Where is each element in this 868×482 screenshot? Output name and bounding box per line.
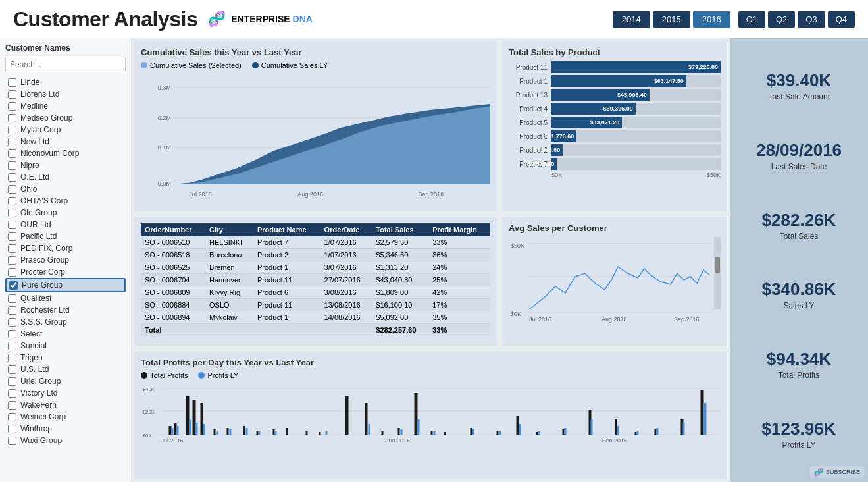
sidebar-item-28[interactable]: Weimei Corp	[5, 411, 126, 423]
sidebar-item-20[interactable]: S.S.S. Group	[5, 316, 126, 328]
sidebar-label-12: OUR Ltd	[20, 220, 51, 229]
sidebar-checkbox-10[interactable]	[8, 197, 16, 205]
sidebar-item-2[interactable]: Medline	[5, 100, 126, 112]
sidebar-checkbox-19[interactable]	[8, 306, 16, 315]
bar-label-3: Product 4	[509, 105, 551, 113]
sidebar-checkbox-13[interactable]	[8, 232, 16, 241]
table-cell-2-4: $1,313.20	[372, 261, 428, 274]
sidebar-checkbox-18[interactable]	[8, 294, 16, 303]
svg-rect-70	[401, 429, 403, 435]
sidebar-checkbox-25[interactable]	[8, 377, 16, 386]
legend-dot-selected	[141, 62, 147, 68]
kpi-label-3: Sales LY	[762, 301, 836, 310]
sidebar-checkbox-8[interactable]	[8, 173, 16, 182]
sidebar-checkbox-2[interactable]	[8, 102, 16, 111]
search-input[interactable]	[5, 57, 126, 72]
sidebar-item-15[interactable]: Prasco Group	[5, 254, 126, 266]
sidebar-item-8[interactable]: O.E. Ltd	[5, 171, 126, 183]
sidebar-checkbox-16[interactable]	[8, 268, 16, 277]
sidebar-item-7[interactable]: Nipro	[5, 159, 126, 171]
bar-track-3: $39,396.00	[551, 103, 721, 115]
sidebar-checkbox-29[interactable]	[8, 425, 16, 433]
year-2015-button[interactable]: 2015	[653, 11, 690, 28]
sidebar-item-30[interactable]: Wuxi Group	[5, 435, 126, 446]
logo-text: ENTERPRISE DNA	[231, 14, 313, 24]
table-cell-1-5: 36%	[428, 249, 490, 261]
sidebar-item-5[interactable]: New Ltd	[5, 136, 126, 147]
sidebar-list: LindeLlorens LtdMedlineMedsep GroupMylan…	[5, 76, 126, 446]
table-total-cell-4: $282,257.60	[372, 324, 428, 336]
sidebar-label-26: Victory Ltd	[20, 388, 57, 398]
year-2016-button[interactable]: 2016	[693, 11, 730, 28]
sidebar-item-12[interactable]: OUR Ltd	[5, 219, 126, 230]
sidebar-item-0[interactable]: Linde	[5, 76, 126, 88]
sidebar-item-27[interactable]: WakeFern	[5, 399, 126, 411]
sidebar-checkbox-6[interactable]	[8, 149, 16, 158]
svg-text:0.3M: 0.3M	[158, 84, 171, 91]
table-cell-2-0: SO - 0006525	[141, 261, 205, 274]
sidebar-item-24[interactable]: U.S. Ltd	[5, 363, 126, 375]
sidebar-item-22[interactable]: Sundial	[5, 340, 126, 352]
sidebar-item-13[interactable]: Pacific Ltd	[5, 230, 126, 242]
sidebar-item-29[interactable]: Winthrop	[5, 423, 126, 435]
sidebar-item-9[interactable]: Ohio	[5, 183, 126, 195]
sidebar-item-23[interactable]: Trigen	[5, 352, 126, 363]
sidebar-checkbox-24[interactable]	[8, 365, 16, 374]
sidebar-item-25[interactable]: Uriel Group	[5, 375, 126, 387]
year-2014-button[interactable]: 2014	[613, 11, 650, 28]
sidebar-item-19[interactable]: Rochester Ltd	[5, 304, 126, 316]
sidebar-item-1[interactable]: Llorens Ltd	[5, 88, 126, 100]
sidebar-item-17[interactable]: Pure Group	[5, 278, 126, 292]
q1-button[interactable]: Q1	[738, 11, 765, 28]
svg-rect-68	[326, 431, 328, 435]
scrollbar[interactable]	[714, 237, 721, 309]
svg-rect-47	[471, 428, 472, 435]
sidebar-label-13: Pacific Ltd	[20, 232, 57, 241]
sidebar-item-4[interactable]: Mylan Corp	[5, 124, 126, 136]
profits-legend-ly: Profits LY	[198, 371, 238, 379]
sidebar-checkbox-23[interactable]	[8, 354, 16, 362]
svg-text:$40K: $40K	[143, 387, 155, 392]
q3-button[interactable]: Q3	[798, 11, 825, 28]
table-header-4: Total Sales	[372, 223, 428, 236]
sidebar-checkbox-5[interactable]	[8, 138, 16, 146]
sidebar-checkbox-17[interactable]	[9, 281, 18, 290]
table-cell-5-3: 13/08/2016	[320, 299, 372, 311]
sidebar-checkbox-21[interactable]	[8, 330, 16, 338]
sidebar-checkbox-27[interactable]	[8, 401, 16, 410]
svg-text:0.0M: 0.0M	[158, 180, 171, 187]
sidebar-checkbox-9[interactable]	[8, 185, 16, 194]
sidebar-item-18[interactable]: Qualitest	[5, 292, 126, 304]
kpi-value-4: $94.34K	[767, 349, 831, 369]
sidebar-checkbox-20[interactable]	[8, 318, 16, 327]
sidebar-checkbox-0[interactable]	[8, 78, 16, 87]
q2-button[interactable]: Q2	[768, 11, 795, 28]
sidebar-item-6[interactable]: Niconovum Corp	[5, 147, 126, 159]
sidebar-item-3[interactable]: Medsep Group	[5, 112, 126, 124]
sidebar-checkbox-11[interactable]	[8, 209, 16, 217]
sidebar-label-28: Weimei Corp	[20, 412, 66, 421]
sidebar-checkbox-4[interactable]	[8, 126, 16, 134]
sidebar-checkbox-1[interactable]	[8, 90, 16, 99]
q4-button[interactable]: Q4	[828, 11, 855, 28]
sidebar-item-11[interactable]: Ole Group	[5, 207, 126, 219]
sidebar-checkbox-22[interactable]	[8, 342, 16, 350]
sidebar-item-16[interactable]: Procter Corp	[5, 266, 126, 278]
sidebar-checkbox-12[interactable]	[8, 221, 16, 229]
bar-row-0: Product 11 $79,220.80	[509, 61, 721, 73]
sidebar-checkbox-7[interactable]	[8, 161, 16, 170]
sidebar-checkbox-30[interactable]	[8, 437, 16, 445]
sidebar-item-21[interactable]: Select	[5, 328, 126, 340]
sidebar-checkbox-3[interactable]	[8, 114, 16, 122]
bar-row-3: Product 4 $39,396.00	[509, 103, 721, 115]
sidebar-item-14[interactable]: PEDIFIX, Corp	[5, 242, 126, 254]
sidebar-checkbox-14[interactable]	[8, 244, 16, 253]
sidebar-checkbox-28[interactable]	[8, 413, 16, 421]
sidebar-checkbox-15[interactable]	[8, 256, 16, 265]
svg-rect-37	[286, 428, 288, 435]
sidebar-checkbox-26[interactable]	[8, 389, 16, 398]
sidebar-item-10[interactable]: OHTA'S Corp	[5, 195, 126, 207]
svg-marker-9	[174, 107, 490, 184]
cumulative-chart-panel: Cumulative Sales this Year vs Last Year …	[134, 41, 497, 211]
sidebar-item-26[interactable]: Victory Ltd	[5, 387, 126, 399]
